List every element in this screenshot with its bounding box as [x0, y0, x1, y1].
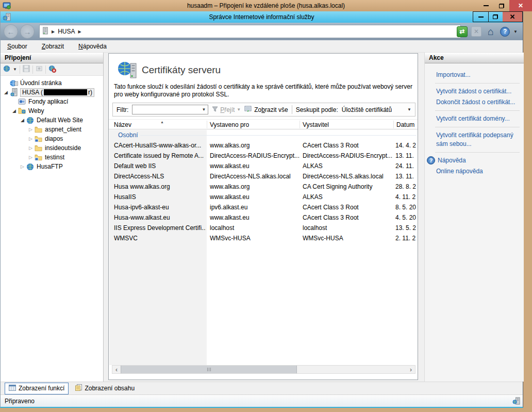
iis-status-icon	[512, 397, 520, 406]
rdp-close-button[interactable]: ✕	[509, 0, 532, 11]
breadcrumb-arrow-icon[interactable]: ▶	[78, 29, 81, 34]
scrollbar-thumb[interactable]	[121, 366, 297, 373]
rdp-restore-button[interactable]	[494, 0, 509, 11]
selected-tree-node: HUSA ( r)	[20, 88, 94, 97]
help-dropdown-icon[interactable]: ▼	[513, 29, 518, 34]
help-icon[interactable]: ?	[500, 27, 510, 37]
expand-collapse-icon[interactable]: ▷	[19, 164, 26, 169]
iis-close-button[interactable]: ✕	[503, 11, 523, 22]
cell-name: DirectAccess-NLS	[114, 171, 206, 182]
back-button[interactable]: ←	[4, 24, 18, 39]
cell-issued-to: localhost	[210, 223, 301, 233]
tree-item-uvodni-stranka[interactable]: Úvodní stránka	[1, 78, 103, 88]
stop-icon[interactable]: ✕	[471, 26, 481, 37]
tree-item-default-web-site[interactable]: ◢ Default Web Site	[1, 116, 103, 125]
tree-item-aspnet-client[interactable]: ▷ aspnet_client	[1, 125, 103, 134]
expand-collapse-icon[interactable]: ◢	[11, 108, 18, 113]
actions-header: Akce	[425, 53, 524, 63]
save-connections-icon[interactable]	[23, 65, 30, 74]
horizontal-scrollbar[interactable]: ‹ ›	[112, 365, 415, 374]
cell-name: WMSVC	[114, 233, 206, 243]
help-icon: ?	[427, 156, 435, 164]
action-online-help[interactable]: Online nápověda	[425, 166, 524, 177]
table-row[interactable]: DirectAccess-NLS DirectAccess-NLS.alkas.…	[109, 171, 418, 182]
table-row[interactable]: CAcert-HusaIIS-www-alkas-or... www.alkas…	[109, 140, 418, 151]
table-row[interactable]: Husa-ipv6-alkast-eu ipv6.alkast.eu CAcer…	[109, 202, 418, 212]
menu-zobrazit[interactable]: Zobrazit	[42, 43, 64, 50]
create-connection-dropdown-icon[interactable]: ▼	[13, 67, 17, 72]
tree-item-diapos[interactable]: ▷ diapos	[1, 134, 103, 143]
breadcrumb-arrow-icon[interactable]: ▶	[52, 29, 55, 34]
table-row[interactable]: Husa www.alkas.org www.alkas.org CA Cert…	[109, 182, 418, 192]
menu-soubor[interactable]: Soubor	[7, 43, 27, 50]
cell-name: IIS Express Development Certifi...	[114, 223, 206, 233]
action-create-self-signed-certificate[interactable]: Vytvořit certifikát podepsaný sám sebou.…	[425, 130, 524, 150]
create-connection-icon[interactable]	[3, 65, 10, 74]
expand-collapse-icon[interactable]: ▷	[27, 127, 34, 132]
group-by-dropdown[interactable]: Úložiště certifikátů ▼	[342, 106, 411, 113]
server-icon	[9, 88, 18, 96]
rdp-minimize-button[interactable]	[478, 0, 494, 11]
table-header: Název ▲ Vystaveno pro Vystavitel Datum	[109, 119, 418, 129]
iis-manager-window: Správce Internetové informační služby ✕ …	[0, 11, 523, 408]
table-row[interactable]: WMSVC WMSvc-HUSA WMSvc-HUSA 2. 11. 2	[109, 233, 418, 243]
breadcrumb-item-husa[interactable]: HUSA	[58, 28, 75, 35]
column-header-issued-to[interactable]: Vystaveno pro	[210, 120, 249, 129]
tree-item-husa-server[interactable]: ◢ HUSA ( r)	[1, 88, 103, 97]
home-icon[interactable]: ⌂	[485, 26, 496, 37]
expand-collapse-icon[interactable]: ◢	[3, 90, 9, 95]
cell-date: 2. 11. 2	[395, 233, 418, 243]
action-create-domain-certificate[interactable]: Vytvořit certifikát domény...	[425, 113, 524, 124]
table-row[interactable]: IIS Express Development Certifi... local…	[109, 223, 418, 233]
tab-features-view[interactable]: Zobrazení funkcí	[5, 383, 69, 394]
action-import[interactable]: Importovat...	[425, 70, 524, 80]
breadcrumb[interactable]: ▶ HUSA ▶	[39, 25, 461, 38]
feature-description: Tato funkce slouží k odesílání žádostí o…	[114, 83, 415, 98]
table-row[interactable]: HusaIIS www.alkast.eu ALKAS 4. 11. 2	[109, 192, 418, 202]
expand-collapse-icon[interactable]: ◢	[19, 118, 26, 123]
iis-window-title: Správce Internetové informační služby	[1, 11, 523, 23]
tree-item-weby[interactable]: ◢ Weby	[1, 106, 103, 116]
up-icon[interactable]	[36, 65, 43, 74]
expand-collapse-icon[interactable]: ▷	[27, 145, 34, 151]
scroll-left-icon[interactable]: ‹	[112, 366, 121, 373]
folder-icon	[34, 126, 43, 133]
table-row[interactable]: Default web IIS www.alkast.eu ALKAS 24. …	[109, 161, 418, 171]
cell-date: 13. 5. 2	[395, 223, 418, 233]
certificates-list: Osobní CAcert-HusaIIS-www-alkas-or... ww…	[109, 130, 418, 243]
go-button[interactable]: Přejít ▼	[212, 106, 241, 113]
iis-restore-button[interactable]	[488, 11, 503, 22]
column-header-date[interactable]: Datum	[396, 120, 414, 129]
cell-date: 13. 11.	[395, 171, 418, 182]
expand-collapse-icon[interactable]: ▷	[27, 136, 34, 141]
show-all-button[interactable]: Zobrazit vše	[244, 106, 288, 114]
table-row[interactable]: Husa-www.alkast.eu www.alkast.eu CAcert …	[109, 212, 418, 223]
action-create-certificate-request[interactable]: Vytvořit žádost o certifikát...	[425, 86, 524, 97]
table-row[interactable]: Certificate issued by Remote A... Direct…	[109, 151, 418, 161]
tree-item-fondy-aplikaci[interactable]: Fondy aplikací	[1, 97, 103, 106]
action-complete-certificate-request[interactable]: Dokončit žádost o certifikát...	[425, 97, 524, 108]
tree-item-testinst[interactable]: ▷ testinst	[1, 153, 103, 162]
delete-connection-icon[interactable]	[48, 65, 56, 74]
tree-item-husaftp[interactable]: ▷ HusaFTP	[1, 162, 103, 171]
tab-content-view[interactable]: Zobrazení obsahu	[72, 383, 138, 394]
column-header-issued-by[interactable]: Vystavitel	[303, 120, 329, 129]
forward-button[interactable]: →	[20, 24, 35, 39]
menu-napoveda[interactable]: Nápověda	[78, 43, 107, 50]
column-header-name[interactable]: Název	[114, 120, 131, 129]
iis-minimize-button[interactable]	[473, 11, 489, 22]
tree-item-insideoutside[interactable]: ▷ insideoutside	[1, 143, 103, 153]
filter-input[interactable]: ▼	[132, 105, 208, 114]
sort-ascending-icon: ▲	[160, 120, 164, 124]
scroll-right-icon[interactable]: ›	[407, 366, 415, 373]
cell-issued-by: CAcert Class 3 Root	[303, 202, 392, 212]
restart-icon[interactable]: ⇄	[457, 26, 468, 37]
expand-collapse-icon[interactable]: ▷	[27, 155, 34, 160]
virtual-app-folder-icon	[34, 154, 43, 161]
cell-issued-by: CAcert Class 3 Root	[303, 212, 392, 223]
rdp-screen: husaadm – Připojení ke vzdálené ploše (h…	[0, 0, 532, 412]
filter-label: Filtr:	[117, 106, 128, 113]
action-help[interactable]: Nápověda	[438, 155, 470, 166]
chevron-down-icon: ▼	[237, 107, 241, 112]
address-band: ← → ▶ HUSA ▶ ⇄ ✕ ⌂ ? ▼	[1, 23, 523, 40]
